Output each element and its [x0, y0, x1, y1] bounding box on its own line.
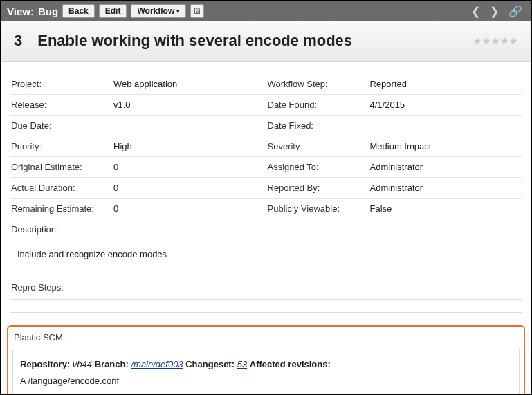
- field-actual-duration: Actual Duration:0: [10, 178, 266, 198]
- title-row: 3 Enable working with several encode mod…: [1, 21, 531, 62]
- field-publicly-viewable: Publicly Viewable:False: [266, 199, 523, 219]
- scm-branch-link[interactable]: /main/def003: [131, 359, 183, 369]
- link-icon[interactable]: 🔗: [506, 5, 525, 18]
- plastic-scm-box: Repository: vb44 Branch: /main/def003 Ch…: [12, 349, 520, 395]
- scm-branch-label: Branch:: [95, 359, 129, 369]
- export-pdf-button[interactable]: 🖺: [190, 4, 204, 18]
- back-button[interactable]: Back: [62, 4, 95, 18]
- workflow-button[interactable]: Workflow▾: [131, 4, 186, 18]
- star-icon: ★: [491, 35, 500, 46]
- repro-label: Repro Steps:: [10, 277, 522, 296]
- field-due-date: Due Date:: [10, 116, 266, 136]
- field-assigned-to: Assigned To:Administrator: [266, 157, 523, 177]
- field-severity: Severity:Medium Impact: [266, 136, 523, 156]
- field-original-estimate: Original Estimate:0: [10, 157, 266, 177]
- toolbar: View: Bug Back Edit Workflow▾ 🖺 ❮ ❯ 🔗: [1, 1, 531, 21]
- star-rating[interactable]: ★★★★★: [473, 35, 518, 46]
- fields-grid: Project:Web application Workflow Step:Re…: [1, 62, 531, 321]
- view-type: Bug: [38, 6, 58, 17]
- edit-button[interactable]: Edit: [99, 4, 127, 18]
- description-label: Description:: [10, 219, 522, 238]
- scm-changeset-label: Changeset:: [185, 359, 235, 369]
- view-label: View:: [7, 6, 34, 17]
- star-icon: ★: [509, 35, 518, 46]
- field-release: Release:v1.0: [10, 95, 266, 115]
- scm-repo-value: vb44: [73, 359, 92, 369]
- plastic-scm-label: Plastic SCM:: [12, 331, 520, 346]
- next-icon[interactable]: ❯: [487, 5, 502, 18]
- description-value: Include and recognize encode modes: [10, 241, 522, 268]
- plastic-scm-section: Plastic SCM: Repository: vb44 Branch: /m…: [7, 325, 525, 395]
- chevron-down-icon: ▾: [176, 8, 180, 15]
- scm-revision: C /cmuser/config.conf: [20, 390, 512, 395]
- scm-repo-label: Repository:: [20, 359, 70, 369]
- star-icon: ★: [500, 35, 509, 46]
- scm-changeset-link[interactable]: 53: [237, 359, 247, 369]
- field-date-fixed: Date Fixed:: [266, 116, 523, 136]
- star-icon: ★: [473, 35, 482, 46]
- field-remaining-estimate: Remaining Estimate:0: [10, 199, 266, 219]
- field-workflow-step: Workflow Step:Reported: [266, 74, 523, 94]
- field-reported-by: Reported By:Administrator: [266, 178, 523, 198]
- repro-value: [10, 299, 522, 313]
- scm-affected-label: Affected revisions:: [250, 359, 331, 369]
- field-date-found: Date Found:4/1/2015: [266, 95, 523, 115]
- field-priority: Priority:High: [10, 136, 266, 156]
- field-project: Project:Web application: [10, 74, 266, 94]
- issue-id: 3: [14, 32, 22, 50]
- star-icon: ★: [482, 35, 491, 46]
- issue-title: Enable working with several encode modes: [37, 32, 473, 50]
- scm-revision: A /language/encode.conf: [20, 374, 512, 388]
- prev-icon[interactable]: ❮: [468, 5, 483, 18]
